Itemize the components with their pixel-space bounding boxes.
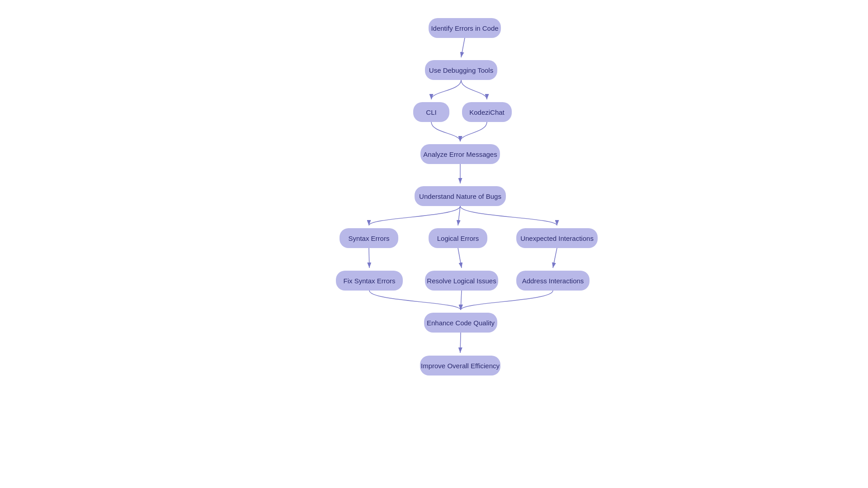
diagram-container: Identify Errors in CodeUse Debugging Too… [0,0,868,488]
node-addressinteractions: Address Interactions [516,271,590,291]
node-debugging: Use Debugging Tools [425,60,497,80]
node-analyze: Analyze Error Messages [420,144,500,164]
node-syntax: Syntax Errors [340,228,398,248]
node-kodezi: KodeziChat [462,102,512,122]
node-unexpected: Unexpected Interactions [516,228,598,248]
node-improve: Improve Overall Efficiency [420,356,500,375]
node-fixsyntax: Fix Syntax Errors [336,271,403,291]
node-resolvelogical: Resolve Logical Issues [425,271,498,291]
node-logical: Logical Errors [429,228,487,248]
node-understand: Understand Nature of Bugs [415,186,506,206]
node-identify: Identify Errors in Code [429,18,501,38]
node-cli: CLI [413,102,449,122]
node-enhance: Enhance Code Quality [424,313,497,333]
